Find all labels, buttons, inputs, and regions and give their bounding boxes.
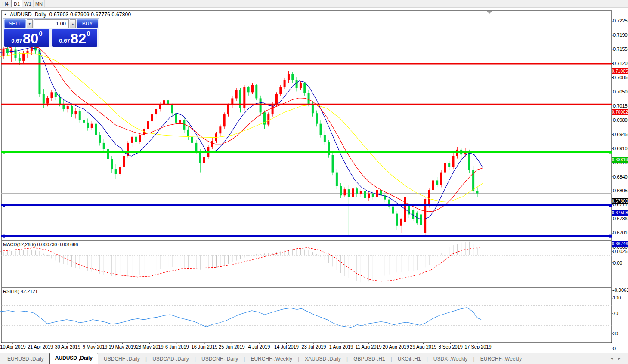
macd-tick: 0.002574 xyxy=(613,249,628,254)
chart-tab[interactable]: USDCAD-,Daily xyxy=(147,354,195,364)
line-handle[interactable] xyxy=(3,235,5,238)
date-tick-label: 1 Aug 2019 xyxy=(329,344,353,349)
date-tick-label: 19 May 2019 xyxy=(108,344,136,349)
timeframe-button-h4[interactable]: H4 xyxy=(0,0,11,7)
timeframe-buttons: H4D1W1MN xyxy=(0,0,45,7)
date-tick-label: 25 Jun 2019 xyxy=(219,344,245,349)
chart-header: ▲ AUDUSD-,Daily 0.67903 0.67909 0.67776 … xyxy=(3,12,131,18)
rsi-tick: 70 xyxy=(613,311,618,316)
price-tick: 0.67360 xyxy=(613,216,628,221)
chart-tab[interactable]: UKOil-,H1 xyxy=(392,354,427,364)
bid-price-sup: 0 xyxy=(39,30,42,37)
date-tick-label: 4 Jul 2019 xyxy=(248,344,270,349)
price-chart-canvas[interactable] xyxy=(0,8,628,352)
date-tick-label: 8 Sep 2019 xyxy=(439,344,463,349)
timeframe-button-mn[interactable]: MN xyxy=(34,0,45,7)
price-tick: 0.70500 xyxy=(613,89,628,94)
chart-tab[interactable]: XAUUSD-,Daily xyxy=(299,354,346,364)
sell-button[interactable]: SELL xyxy=(4,19,26,28)
toolbar-separator xyxy=(45,0,47,7)
chart-tab[interactable]: EURUSD-,Daily xyxy=(2,354,49,364)
price-tick: 0.69800 xyxy=(613,117,628,123)
ask-price-box[interactable]: 0.67 82 0 xyxy=(52,29,97,47)
price-tick: 0.71900 xyxy=(613,32,628,37)
chart-symbol-label: AUDUSD-,Daily xyxy=(10,12,46,18)
line-handle[interactable] xyxy=(609,235,612,238)
chart-tabs: EURUSD-,DailyAUDUSD-,DailyUSDCHF-,Daily|… xyxy=(0,354,527,364)
rsi-tick: 100 xyxy=(613,295,621,300)
price-level-badge[interactable]: 0.66746 xyxy=(612,241,628,247)
ask-price-sup: 0 xyxy=(87,30,90,37)
date-tick-label: 20 Aug 2019 xyxy=(383,344,409,349)
panel-frame xyxy=(1,288,612,343)
volume-increase-button[interactable]: ▲ xyxy=(70,19,76,28)
price-level-badge[interactable]: 0.68819 xyxy=(612,157,628,163)
date-tick-label: 29 Aug 2019 xyxy=(410,344,436,349)
volume-input[interactable] xyxy=(34,19,69,28)
date-tick-label: 30 Apr 2019 xyxy=(55,344,80,349)
one-click-trading-panel: SELL ▼ ▲ BUY 0.67 80 0 0.67 82 0 xyxy=(3,18,99,47)
chart-tab[interactable]: EURCHF-,Weekly xyxy=(245,354,297,364)
chart-tabbar: EURUSD-,DailyAUDUSD-,DailyUSDCHF-,Daily|… xyxy=(0,353,628,364)
ask-price-small: 0.67 xyxy=(59,37,70,44)
line-handle[interactable] xyxy=(3,204,5,207)
chart-tab[interactable]: AUDUSD-,Daily xyxy=(49,353,98,364)
chart-tab[interactable]: USDCHF-,Daily xyxy=(98,354,145,364)
bid-price-big: 80 xyxy=(23,31,39,46)
price-level-badge[interactable]: 0.71005 xyxy=(612,68,628,74)
macd-label: MACD(12,26,9) 0.000730 0.001666 xyxy=(3,242,78,247)
volume-decrease-button[interactable]: ▼ xyxy=(27,19,33,28)
rsi-tick: 0 xyxy=(613,346,616,351)
chart-tab[interactable]: GBPUSD-,H1 xyxy=(348,354,390,364)
price-tick: 0.72250 xyxy=(613,18,628,23)
price-tick: 0.67010 xyxy=(613,230,628,235)
price-tick: 0.69100 xyxy=(613,146,628,151)
price-level-badge[interactable]: 0.67508 xyxy=(612,210,628,216)
bid-price-small: 0.67 xyxy=(11,37,22,44)
timeframe-button-d1[interactable]: D1 xyxy=(11,0,22,7)
date-tick-label: 11 Aug 2019 xyxy=(356,344,382,349)
tabs-scroll-right-icon[interactable]: ► xyxy=(617,356,625,361)
line-handle[interactable] xyxy=(3,151,5,154)
chart-tab[interactable]: USDX-,Weekly xyxy=(428,354,473,364)
date-tick-label: 17 Sep 2019 xyxy=(464,344,491,349)
timeframe-button-w1[interactable]: W1 xyxy=(22,0,34,7)
price-tick: 0.68400 xyxy=(613,174,628,179)
date-tick-label: 14 Jul 2019 xyxy=(274,344,299,349)
macd-tick: 0.00 xyxy=(613,260,622,265)
price-tick: 0.71200 xyxy=(613,61,628,66)
line-handle[interactable] xyxy=(609,204,612,207)
date-tick-label: 10 Apr 2019 xyxy=(0,344,25,349)
date-tick-label: 21 Apr 2019 xyxy=(28,344,53,349)
bid-price-box[interactable]: 0.67 80 0 xyxy=(4,29,49,47)
date-tick-label: 23 Jul 2019 xyxy=(302,344,326,349)
rsi-tick: 30 xyxy=(613,331,618,336)
ask-price-big: 82 xyxy=(71,31,87,46)
line-handle[interactable] xyxy=(609,151,612,154)
price-level-badge[interactable]: 0.70002 xyxy=(612,109,628,115)
tabs-scroll-left-icon[interactable]: ◄ xyxy=(610,356,617,361)
chart-tab[interactable]: USDCNH-,Daily xyxy=(196,354,244,364)
price-tick: 0.68050 xyxy=(613,188,628,193)
one-click-collapse-icon[interactable]: ▲ xyxy=(3,12,7,17)
date-tick-label: 16 Jun 2019 xyxy=(192,344,218,349)
buy-button[interactable]: BUY xyxy=(77,19,98,28)
chart-ohlc-values: 0.67903 0.67909 0.67776 0.67800 xyxy=(49,12,131,18)
timeframe-toolbar: H4D1W1MN xyxy=(0,0,628,8)
rsi-label: RSI(14) 42.2121 xyxy=(3,289,38,294)
price-tick: 0.71550 xyxy=(613,46,628,52)
price-tick: 0.70850 xyxy=(613,75,628,80)
date-tick-label: 28 May 2019 xyxy=(136,344,164,349)
price-level-badge[interactable]: 0.67800 xyxy=(612,198,628,204)
macd-tick: -0.00632 xyxy=(613,287,628,293)
chart-tab[interactable]: EURCHF-,Weekly xyxy=(475,354,527,364)
date-tick-label: 6 Jun 2019 xyxy=(165,344,189,349)
price-tick: 0.70150 xyxy=(613,103,628,108)
price-tick: 0.69450 xyxy=(613,132,628,137)
date-tick-label: 9 May 2019 xyxy=(83,344,107,349)
